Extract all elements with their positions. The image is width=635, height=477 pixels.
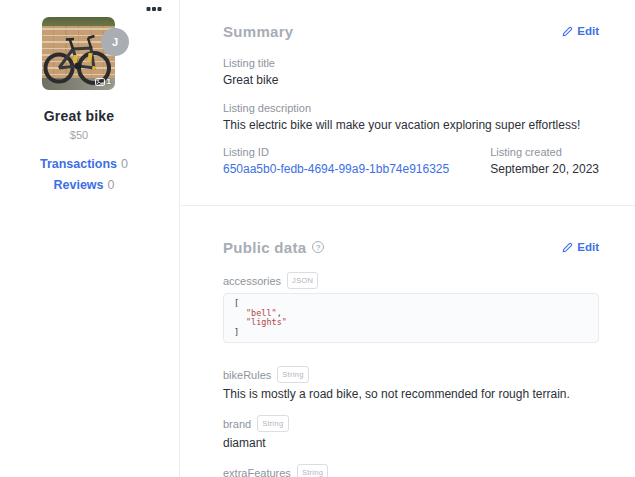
listing-created-field: Listing created September 20, 2023 (490, 146, 599, 177)
public-data-heading: Public data (223, 239, 306, 256)
bike-rules-field: bikeRules String This is mostly a road b… (223, 367, 599, 402)
listing-title-field: Listing title Great bike (223, 57, 599, 88)
json-comma: , (277, 308, 282, 318)
edit-label: Edit (577, 241, 599, 253)
field-value: September 20, 2023 (490, 161, 599, 177)
field-label: Listing created (490, 146, 599, 159)
photo-count: 1 (107, 77, 111, 86)
json-bracket: ] (234, 328, 588, 338)
public-data-section: Public data ? Edit accessories JSON [ "b… (181, 206, 635, 477)
listing-description-field: Listing description This electric bike w… (223, 102, 599, 133)
listing-title-sidebar: Great bike (0, 108, 158, 124)
json-code-block: [ "bell", "lights" ] (223, 293, 599, 343)
accessories-field: accessories JSON [ "bell", "lights" ] (223, 273, 599, 343)
field-key: bikeRules (223, 369, 271, 382)
field-type-badge: JSON (287, 272, 318, 289)
field-value: Great bike (223, 72, 599, 88)
field-key: brand (223, 418, 251, 431)
field-key: accessories (223, 275, 281, 288)
field-label: Listing title (223, 57, 599, 70)
transactions-count: 0 (121, 157, 128, 171)
extra-features-field: extraFeatures String The bike has a bott… (223, 465, 599, 477)
listing-thumbnail[interactable]: 1 (42, 17, 115, 90)
transactions-link[interactable]: Transactions (40, 157, 117, 171)
edit-public-data-button[interactable]: Edit (562, 241, 599, 253)
reviews-row: Reviews0 (0, 178, 168, 192)
author-avatar[interactable]: J (101, 28, 129, 56)
reviews-count: 0 (108, 178, 115, 192)
listing-id-link[interactable]: 650aa5b0-fedb-4694-99a9-1bb74e916325 (223, 162, 449, 176)
listing-id-field: Listing ID 650aa5b0-fedb-4694-99a9-1bb74… (223, 146, 490, 177)
help-icon[interactable]: ? (312, 241, 324, 253)
field-type-badge: String (277, 366, 308, 383)
edit-summary-button[interactable]: Edit (562, 25, 599, 37)
more-actions-button[interactable] (145, 4, 163, 14)
listing-detail-panel: Summary Edit Listing title Great bike Li… (181, 0, 635, 477)
json-string: "bell" (246, 308, 277, 318)
listing-price: $50 (0, 129, 158, 141)
edit-label: Edit (577, 25, 599, 37)
field-value: This is mostly a road bike, so not recom… (223, 386, 599, 402)
field-label: Listing ID (223, 146, 490, 159)
transactions-row: Transactions0 (0, 157, 168, 171)
field-key: extraFeatures (223, 467, 291, 477)
listing-sidebar: 1 J Great bike $50 Transactions0 Reviews… (0, 0, 180, 477)
summary-heading: Summary (223, 23, 293, 40)
kebab-menu-icon (152, 7, 156, 11)
photo-icon (95, 78, 105, 86)
field-type-badge: String (257, 415, 288, 432)
field-label: Listing description (223, 102, 599, 115)
field-value: diamant (223, 435, 599, 451)
photo-count-badge: 1 (95, 77, 111, 86)
edit-icon (562, 242, 573, 253)
field-type-badge: String (297, 464, 328, 477)
field-value: This electric bike will make your vacati… (223, 117, 599, 133)
json-bracket: [ (234, 299, 588, 309)
reviews-link[interactable]: Reviews (54, 178, 104, 192)
json-string: "lights" (246, 317, 287, 327)
brand-field: brand String diamant (223, 416, 599, 451)
edit-icon (562, 26, 573, 37)
avatar-initial: J (112, 36, 118, 48)
summary-section: Summary Edit Listing title Great bike Li… (181, 0, 635, 177)
